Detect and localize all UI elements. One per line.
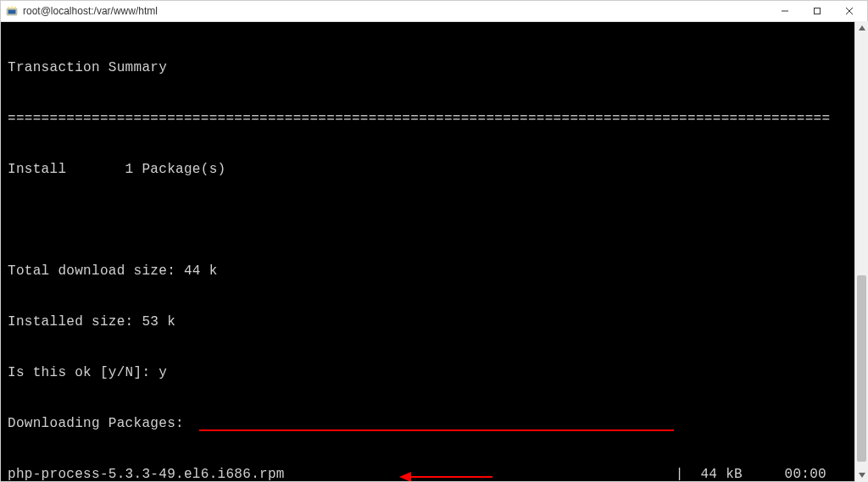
svg-line-2 <box>8 7 10 8</box>
heading-text: Transaction Summary <box>8 59 860 76</box>
window-title: root@localhost:/var/www/html <box>23 5 158 17</box>
download-size: Total download size: 44 k <box>8 263 860 280</box>
svg-marker-12 <box>859 473 865 478</box>
minimize-button[interactable] <box>769 2 801 21</box>
svg-line-4 <box>14 7 16 8</box>
maximize-button[interactable] <box>801 2 833 21</box>
putty-icon <box>6 5 18 17</box>
package-name: php-process-5.3.3-49.el6.i686.rpm <box>8 466 285 481</box>
titlebar-left: root@localhost:/var/www/html <box>6 5 158 17</box>
blank <box>8 212 860 229</box>
svg-rect-6 <box>815 8 821 14</box>
scrollbar-thumb[interactable] <box>857 275 866 462</box>
installed-size: Installed size: 53 k <box>8 313 860 330</box>
terminal-body[interactable]: Transaction Summary ====================… <box>1 22 867 481</box>
titlebar: root@localhost:/var/www/html <box>1 1 867 22</box>
annotation-underline <box>199 429 674 431</box>
terminal-window: root@localhost:/var/www/html Transaction… <box>0 0 868 482</box>
package-download: php-process-5.3.3-49.el6.i686.rpm | 44 k… <box>8 466 860 481</box>
confirm-prompt: Is this ok [y/N]: y <box>8 364 860 381</box>
scrollbar-down-button[interactable] <box>855 468 868 482</box>
install-summary: Install 1 Package(s) <box>8 161 860 178</box>
close-button[interactable] <box>833 2 865 21</box>
window-controls <box>769 2 865 21</box>
separator-line: ========================================… <box>8 110 860 127</box>
scrollbar-up-button[interactable] <box>855 21 868 35</box>
svg-rect-1 <box>8 10 16 14</box>
vertical-scrollbar[interactable] <box>854 21 868 482</box>
package-progress: | 44 kB 00:00 <box>676 466 860 481</box>
svg-marker-11 <box>859 25 865 30</box>
